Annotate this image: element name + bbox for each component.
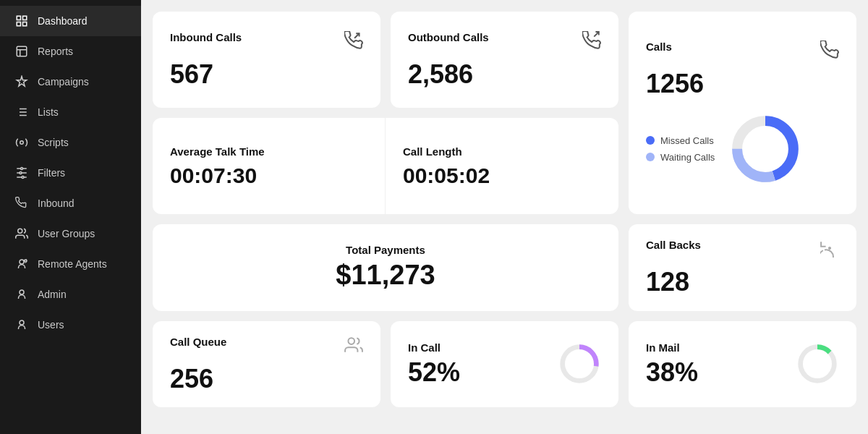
avg-talk-time-title: Average Talk Time xyxy=(170,145,367,158)
calls-value: 1256 xyxy=(646,69,839,98)
sidebar-item-inbound[interactable]: Inbound xyxy=(0,188,141,218)
inbound-calls-header: Inbound Calls xyxy=(170,31,363,54)
inbound-calls-title: Inbound Calls xyxy=(170,31,242,43)
sidebar-label-scripts: Scripts xyxy=(38,137,69,148)
lists-icon xyxy=(14,105,29,119)
sidebar-item-admin[interactable]: Admin xyxy=(0,279,141,310)
call-backs-icon xyxy=(820,239,839,262)
sidebar-label-admin: Admin xyxy=(38,289,67,300)
in-call-row: In Call 52% xyxy=(408,341,601,387)
sidebar-label-inbound: Inbound xyxy=(38,197,75,209)
main-content: Inbound Calls 567 Outbound Calls xyxy=(141,0,868,434)
total-payments-value: $11,273 xyxy=(170,260,601,291)
outbound-calls-card: Outbound Calls 2,586 xyxy=(391,12,618,108)
avg-talk-time-half: Average Talk Time 00:07:30 xyxy=(153,118,386,214)
svg-point-21 xyxy=(18,229,22,233)
call-queue-icon xyxy=(344,336,363,359)
filters-icon xyxy=(14,166,29,180)
time-card: Average Talk Time 00:07:30 Call Length 0… xyxy=(153,118,618,214)
in-call-ring-svg xyxy=(558,342,601,386)
svg-point-31 xyxy=(746,129,786,169)
inbound-icon xyxy=(14,196,29,210)
call-queue-title: Call Queue xyxy=(170,336,226,348)
call-backs-header: Call Backs xyxy=(646,239,839,262)
sidebar-label-users: Users xyxy=(38,319,64,331)
sidebar-label-filters: Filters xyxy=(38,167,65,179)
missed-calls-label: Missed Calls xyxy=(660,135,714,146)
sidebar-label-user-groups: User Groups xyxy=(38,228,95,239)
svg-point-20 xyxy=(22,176,24,179)
svg-point-11 xyxy=(20,141,24,145)
missed-calls-dot xyxy=(646,136,655,145)
inbound-calls-icon xyxy=(344,31,363,54)
in-call-title: In Call xyxy=(408,341,460,354)
svg-point-24 xyxy=(20,290,24,294)
in-call-value: 52% xyxy=(408,358,460,387)
in-mail-row: In Mail 38% xyxy=(646,341,839,387)
sidebar-label-reports: Reports xyxy=(38,46,73,57)
user-groups-icon xyxy=(14,226,29,241)
svg-point-32 xyxy=(829,247,830,249)
dashboard-grid: Inbound Calls 567 Outbound Calls xyxy=(153,12,856,407)
svg-point-19 xyxy=(20,172,22,174)
dashboard-icon xyxy=(14,14,29,28)
svg-rect-4 xyxy=(17,46,27,56)
sidebar-label-remote-agents: Remote Agents xyxy=(38,258,107,270)
legend-waiting-calls: Waiting Calls xyxy=(646,152,715,163)
users-icon xyxy=(14,318,29,332)
in-mail-card: In Mail 38% xyxy=(629,321,856,408)
calls-donut-icon xyxy=(820,41,839,64)
call-backs-card: Call Backs 128 xyxy=(629,224,856,311)
svg-rect-2 xyxy=(17,22,20,26)
sidebar-item-reports[interactable]: Reports xyxy=(0,36,141,67)
campaigns-icon xyxy=(14,75,29,89)
call-length-half: Call Length 00:05:02 xyxy=(386,118,618,214)
svg-point-33 xyxy=(348,338,354,344)
total-payments-title: Total Payments xyxy=(170,244,601,256)
in-mail-ring xyxy=(796,342,839,386)
waiting-calls-label: Waiting Calls xyxy=(660,152,715,163)
calls-donut-card: Calls 1256 Missed Calls Waiting Cal xyxy=(629,12,856,214)
call-length-title: Call Length xyxy=(403,145,601,158)
inbound-calls-value: 567 xyxy=(170,60,363,89)
call-length-value: 00:05:02 xyxy=(403,163,601,187)
call-queue-value: 256 xyxy=(170,365,363,393)
sidebar-item-remote-agents[interactable]: Remote Agents xyxy=(0,249,141,279)
outbound-calls-header: Outbound Calls xyxy=(408,31,601,54)
call-backs-title: Call Backs xyxy=(646,239,701,251)
admin-icon xyxy=(14,287,29,302)
in-call-ring xyxy=(558,342,601,386)
call-backs-value: 128 xyxy=(646,268,839,297)
svg-rect-1 xyxy=(23,16,27,20)
sidebar-item-user-groups[interactable]: User Groups xyxy=(0,218,141,249)
call-queue-card: Call Queue 256 xyxy=(153,321,380,408)
in-call-card: In Call 52% xyxy=(391,321,618,408)
svg-point-22 xyxy=(20,260,24,264)
sidebar-item-users[interactable]: Users xyxy=(0,310,141,340)
calls-donut-title: Calls xyxy=(646,41,672,53)
scripts-icon xyxy=(14,135,29,150)
svg-point-25 xyxy=(20,320,24,325)
remote-agents-icon xyxy=(14,257,29,271)
calls-donut-header: Calls xyxy=(646,41,839,64)
sidebar-item-lists[interactable]: Lists xyxy=(0,97,141,127)
donut-chart xyxy=(729,113,801,185)
call-queue-header: Call Queue xyxy=(170,336,363,359)
in-mail-text: In Mail 38% xyxy=(646,341,698,387)
sidebar-item-campaigns[interactable]: Campaigns xyxy=(0,67,141,97)
svg-rect-3 xyxy=(23,22,27,26)
waiting-calls-dot xyxy=(646,153,655,161)
sidebar-label-lists: Lists xyxy=(38,106,59,118)
donut-legend: Missed Calls Waiting Calls xyxy=(646,135,715,163)
in-mail-value: 38% xyxy=(646,358,698,387)
sidebar-label-dashboard: Dashboard xyxy=(38,15,88,27)
sidebar-item-dashboard[interactable]: Dashboard xyxy=(0,6,141,36)
outbound-calls-icon xyxy=(582,31,601,54)
inbound-calls-card: Inbound Calls 567 xyxy=(153,12,380,108)
sidebar: Dashboard Reports Campaigns Lists Script… xyxy=(0,0,141,434)
sidebar-item-scripts[interactable]: Scripts xyxy=(0,127,141,158)
svg-rect-0 xyxy=(17,16,20,20)
in-call-text: In Call 52% xyxy=(408,341,460,387)
in-mail-ring-svg xyxy=(796,342,839,386)
sidebar-item-filters[interactable]: Filters xyxy=(0,158,141,188)
